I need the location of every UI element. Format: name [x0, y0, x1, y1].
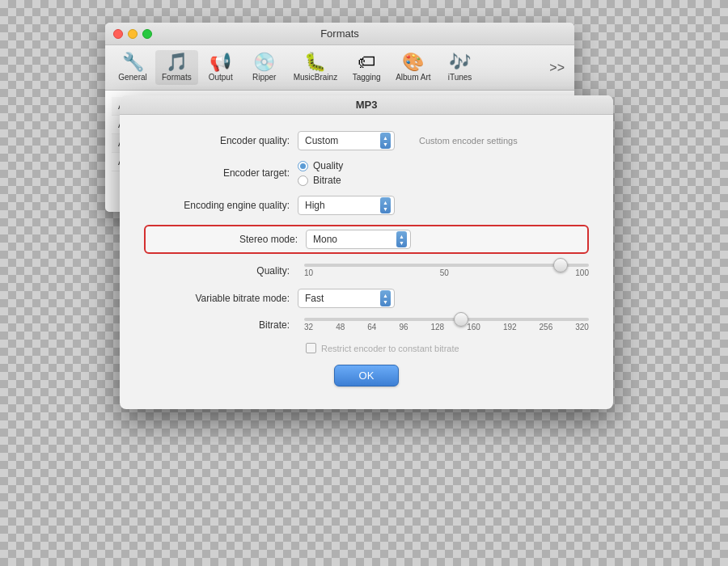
bitrate-tick-48: 48: [336, 323, 345, 332]
albumart-label: Album Art: [396, 73, 430, 82]
arrow-up-icon: ▲: [383, 200, 388, 205]
radio-quality[interactable]: Quality: [298, 160, 343, 171]
encoder-quality-label: Encoder quality:: [144, 135, 298, 146]
formats-icon: 🎵: [166, 53, 188, 71]
bitrate-slider-track: [304, 318, 589, 321]
itunes-icon: 🎶: [449, 53, 471, 71]
encoder-quality-row: Encoder quality: Custom ▲ ▼ Custom encod…: [144, 131, 589, 150]
encoder-quality-arrows: ▲ ▼: [380, 133, 391, 149]
mp3-dialog-titlebar: MP3: [120, 95, 613, 115]
bitrate-tick-32: 32: [304, 323, 313, 332]
formats-label: Formats: [162, 73, 192, 82]
restrict-checkbox-label: Restrict encoder to constant bitrate: [321, 344, 459, 353]
bitrate-slider-ticks: 32 48 64 96 128 160 192 256 320: [304, 323, 589, 332]
general-label: General: [118, 73, 147, 82]
bitrate-tick-320: 320: [575, 323, 589, 332]
tagging-icon: 🏷: [358, 53, 375, 71]
encoding-engine-quality-select[interactable]: High ▲ ▼: [298, 196, 395, 215]
arrow-up-icon: ▲: [383, 135, 388, 141]
stereo-mode-value: Mono: [313, 234, 393, 245]
toolbar-ripper[interactable]: 💿 Ripper: [243, 50, 286, 85]
quality-slider-wrapper: 10 50 100: [304, 264, 589, 277]
arrow-up-icon: ▲: [399, 234, 404, 239]
formats-toolbar: 🔧 General 🎵 Formats 📢 Output 💿 Ripper 🐛 …: [105, 45, 574, 91]
bitrate-slider-thumb[interactable]: [454, 312, 468, 327]
bitrate-slider-row: Bitrate: 32 48 64 96 128 160 192 256: [144, 318, 589, 332]
quality-tick-50: 50: [440, 268, 449, 277]
output-icon: 📢: [210, 53, 231, 71]
quality-slider-thumb[interactable]: [553, 258, 568, 272]
encoder-quality-hint: Custom encoder settings: [419, 136, 518, 146]
encoder-quality-value: Custom: [305, 135, 377, 146]
arrow-down-icon: ▼: [383, 142, 388, 147]
encoder-quality-select[interactable]: Custom ▲ ▼: [298, 131, 395, 150]
variable-bitrate-label: Variable bitrate mode:: [144, 293, 298, 304]
radio-bitrate-label: Bitrate: [313, 175, 341, 186]
ok-button[interactable]: OK: [334, 365, 400, 386]
tagging-label: Tagging: [353, 73, 381, 82]
minimize-button[interactable]: [128, 29, 138, 39]
variable-bitrate-value: Fast: [305, 293, 377, 304]
stereo-mode-select[interactable]: Mono ▲ ▼: [306, 230, 411, 249]
radio-bitrate-circle[interactable]: [298, 175, 308, 186]
encoder-target-row: Encoder target: Quality Bitrate: [144, 160, 589, 186]
quality-slider-ticks: 10 50 100: [304, 268, 589, 277]
variable-bitrate-select[interactable]: Fast ▲ ▼: [298, 289, 395, 308]
encoder-target-control: Quality Bitrate: [298, 160, 343, 186]
radio-bitrate[interactable]: Bitrate: [298, 175, 343, 186]
toolbar-general[interactable]: 🔧 General: [112, 50, 154, 85]
arrow-up-icon: ▲: [383, 293, 388, 298]
quality-slider-track: [304, 264, 589, 267]
radio-quality-circle[interactable]: [298, 161, 308, 171]
zoom-button[interactable]: [142, 29, 152, 39]
mp3-dialog: MP3 Encoder quality: Custom ▲ ▼ Custom e…: [120, 95, 613, 409]
encoder-target-label: Encoder target:: [144, 167, 298, 179]
bitrate-tick-96: 96: [399, 323, 408, 332]
quality-slider-label: Quality:: [144, 265, 298, 277]
bitrate-tick-192: 192: [503, 323, 517, 332]
musicbrainz-icon: 🐛: [304, 53, 326, 71]
bitrate-slider-label: Bitrate:: [144, 319, 298, 331]
traffic-lights: [113, 29, 152, 39]
bitrate-tick-160: 160: [467, 323, 480, 332]
close-button[interactable]: [113, 29, 123, 39]
toolbar-tagging[interactable]: 🏷 Tagging: [345, 50, 387, 85]
formats-window-title: Formats: [320, 27, 359, 40]
arrow-down-icon: ▼: [399, 240, 404, 246]
arrow-down-icon: ▼: [383, 299, 388, 305]
quality-tick-100: 100: [575, 268, 589, 277]
quality-slider-container: Quality: 10 50 100: [144, 264, 589, 277]
bitrate-tick-64: 64: [367, 323, 376, 332]
ripper-label: Ripper: [252, 73, 276, 82]
musicbrainz-label: MusicBrainz: [294, 73, 337, 82]
variable-bitrate-arrows: ▲ ▼: [380, 290, 391, 306]
encoder-quality-control: Custom ▲ ▼ Custom encoder settings: [298, 131, 518, 150]
toolbar-albumart[interactable]: 🎨 Album Art: [389, 50, 437, 85]
encoder-target-radio-group: Quality Bitrate: [298, 160, 343, 186]
bitrate-tick-128: 128: [431, 323, 445, 332]
encoding-engine-quality-row: Encoding engine quality: High ▲ ▼: [144, 196, 589, 215]
arrow-down-icon: ▼: [383, 206, 388, 212]
encoding-engine-quality-arrows: ▲ ▼: [380, 197, 391, 213]
bitrate-tick-256: 256: [540, 323, 553, 332]
toolbar-itunes[interactable]: 🎶 iTunes: [439, 50, 481, 85]
stereo-mode-control: Mono ▲ ▼: [306, 230, 411, 249]
encoding-engine-quality-control: High ▲ ▼: [298, 196, 395, 215]
general-icon: 🔧: [122, 53, 144, 71]
restrict-checkbox[interactable]: [306, 343, 316, 353]
restrict-checkbox-row: Restrict encoder to constant bitrate: [144, 343, 589, 353]
toolbar-more[interactable]: >>: [546, 57, 568, 78]
toolbar-musicbrainz[interactable]: 🐛 MusicBrainz: [287, 50, 344, 85]
variable-bitrate-control: Fast ▲ ▼: [298, 289, 395, 308]
quality-slider-row: Quality: 10 50 100: [144, 264, 589, 277]
stereo-mode-label: Stereo mode:: [152, 234, 306, 245]
encoding-engine-quality-value: High: [305, 200, 377, 211]
bitrate-slider-wrapper: 32 48 64 96 128 160 192 256 320: [304, 318, 589, 332]
itunes-label: iTunes: [448, 73, 472, 82]
ripper-icon: 💿: [253, 53, 275, 71]
radio-quality-label: Quality: [313, 160, 343, 171]
toolbar-output[interactable]: 📢 Output: [200, 50, 242, 85]
stereo-mode-arrows: ▲ ▼: [396, 231, 407, 247]
toolbar-formats[interactable]: 🎵 Formats: [155, 50, 198, 85]
stereo-mode-row: Stereo mode: Mono ▲ ▼: [144, 225, 589, 254]
